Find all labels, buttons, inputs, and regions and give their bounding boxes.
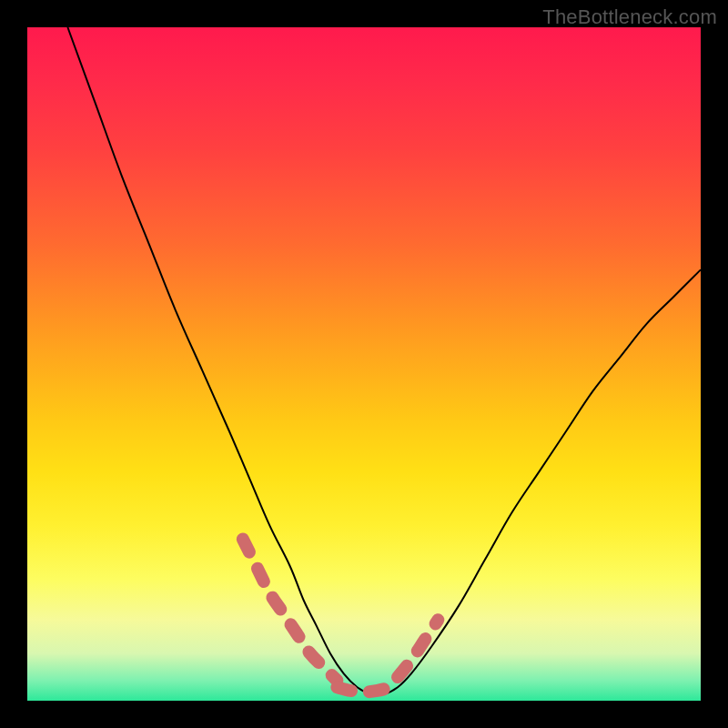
watermark-text: TheBottleneck.com [542, 5, 717, 29]
chart-frame: TheBottleneck.com [0, 0, 728, 728]
plot-area [27, 27, 701, 701]
main-curve [67, 27, 701, 695]
curve-layer [27, 27, 701, 701]
highlight-bottom [337, 687, 390, 692]
highlight-right [398, 620, 438, 677]
highlight-left [243, 539, 338, 680]
